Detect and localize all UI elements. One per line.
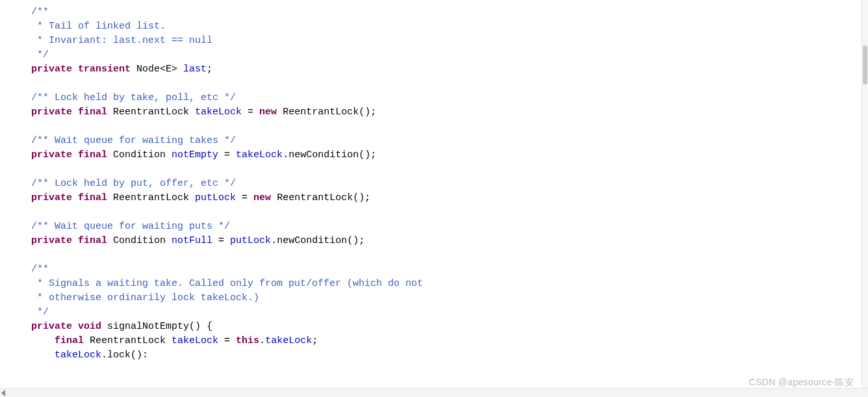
call: .newCondition() bbox=[283, 149, 370, 160]
indent bbox=[31, 350, 55, 361]
keyword: final bbox=[55, 335, 84, 346]
keyword: private bbox=[31, 192, 72, 203]
code-block: /** * Tail of linked list. * Invariant: … bbox=[0, 0, 868, 363]
ref: takeLock bbox=[236, 149, 283, 160]
brace: { bbox=[207, 321, 212, 332]
keyword: transient bbox=[78, 64, 131, 75]
punct: ; bbox=[364, 192, 370, 203]
keyword: final bbox=[78, 235, 107, 246]
type: ReentrantLock bbox=[107, 192, 195, 203]
ref: takeLock bbox=[55, 350, 101, 361]
punct: ; bbox=[370, 149, 376, 160]
field: putLock bbox=[195, 192, 236, 203]
keyword: final bbox=[78, 107, 107, 118]
comment: * Invariant: last.next == null bbox=[31, 35, 212, 46]
punct: = bbox=[212, 235, 230, 246]
punct: = bbox=[218, 149, 236, 160]
keyword: final bbox=[78, 149, 107, 160]
type: ReentrantLock bbox=[107, 107, 195, 118]
indent bbox=[31, 335, 55, 346]
call: .lock(): bbox=[101, 350, 148, 361]
watermark-text: CSDN @apesource-陈安 bbox=[749, 375, 854, 389]
field: notFull bbox=[172, 235, 212, 246]
vertical-scrollbar[interactable] bbox=[862, 0, 868, 397]
ref: takeLock bbox=[265, 335, 312, 346]
keyword: final bbox=[78, 192, 107, 203]
field: takeLock bbox=[195, 107, 242, 118]
keyword: private bbox=[31, 107, 72, 118]
ctor: ReentrantLock() bbox=[277, 107, 370, 118]
comment: /** bbox=[31, 6, 49, 18]
field: last bbox=[183, 64, 207, 75]
call: .newCondition() bbox=[271, 235, 359, 246]
comment: /** Lock held by put, offer, etc */ bbox=[31, 178, 236, 189]
scroll-left-icon[interactable] bbox=[1, 390, 5, 396]
ref: putLock bbox=[230, 235, 271, 246]
field: notEmpty bbox=[172, 149, 218, 160]
punct: = bbox=[236, 192, 253, 203]
type: Condition bbox=[107, 235, 172, 246]
ctor: ReentrantLock() bbox=[271, 192, 364, 203]
keyword: private bbox=[31, 149, 72, 160]
keyword: new bbox=[253, 192, 271, 203]
keyword: new bbox=[259, 107, 277, 118]
punct: = bbox=[218, 335, 236, 346]
keyword: private bbox=[31, 235, 72, 246]
dot: . bbox=[259, 335, 265, 346]
comment: /** Lock held by take, poll, etc */ bbox=[31, 92, 236, 103]
type: ReentrantLock bbox=[84, 335, 172, 346]
keyword: void bbox=[78, 321, 101, 332]
punct: ; bbox=[207, 64, 212, 75]
comment: */ bbox=[31, 49, 49, 60]
comment: * Tail of linked list. bbox=[31, 21, 166, 32]
local: takeLock bbox=[172, 335, 218, 346]
comment: /** Wait queue for waiting takes */ bbox=[31, 135, 236, 146]
punct: ; bbox=[312, 335, 318, 346]
method: signalNotEmpty() bbox=[101, 321, 207, 332]
comment: * Signals a waiting take. Called only fr… bbox=[31, 278, 423, 289]
punct: = bbox=[242, 107, 259, 118]
comment: /** Wait queue for waiting puts */ bbox=[31, 221, 230, 232]
keyword: private bbox=[31, 64, 72, 75]
keyword: private bbox=[31, 321, 72, 332]
punct: ; bbox=[370, 107, 376, 118]
scrollbar-thumb[interactable] bbox=[863, 45, 867, 84]
horizontal-scrollbar[interactable] bbox=[0, 388, 868, 397]
punct: ; bbox=[359, 235, 364, 246]
type: Node<E> bbox=[131, 64, 183, 75]
keyword: this bbox=[236, 335, 259, 346]
type: Condition bbox=[107, 149, 172, 160]
comment: * otherwise ordinarily lock takeLock.) bbox=[31, 292, 259, 303]
comment: /** bbox=[31, 264, 49, 275]
comment: */ bbox=[31, 307, 49, 318]
